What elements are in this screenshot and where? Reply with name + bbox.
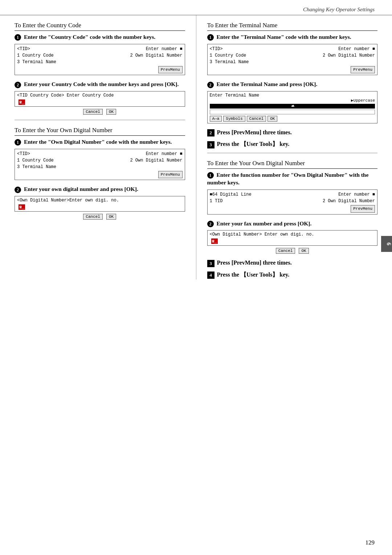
screen-tn-1: <TID> Enter number ■ 1 Country Code 2 Ow… — [207, 44, 378, 76]
cancel-btn-od-2[interactable]: Cancel — [83, 214, 103, 220]
screen-od-2-row1: <Own Digital Number>Enter own digi. no. — [17, 198, 183, 203]
screen-cc-2-input: ☎_ — [19, 99, 183, 105]
page-header: Changing Key Operator Settings — [0, 0, 392, 15]
press-step-2: 2 Press [PrevMenu] three times. — [207, 128, 378, 136]
cancel-ok-od-2: Cancel OK — [15, 214, 185, 220]
step-num-odr-2: 2 — [207, 221, 214, 227]
step-num-cc-2: 2 — [15, 82, 21, 88]
abba-btn[interactable]: A↔a — [210, 116, 222, 122]
main-content: To Enter the Country Code 1 Enter the "C… — [0, 15, 392, 279]
screen-od-1-row2: 1 Country Code 2 Own Digital Number — [17, 157, 183, 164]
cancel-ok-cc-2: Cancel OK — [15, 109, 185, 115]
step-heading-tn-1: 1 Enter the "Terminal Name" code with th… — [207, 33, 378, 41]
input-phone-icon-od: ☎_ — [19, 204, 25, 210]
screen-odr-2-input: ☎_ — [211, 238, 375, 244]
screen-od-2: <Own Digital Number>Enter own digi. no. … — [15, 196, 185, 212]
prevmenu-row-od-1: PrevMenu — [17, 171, 183, 179]
divider-right-1 — [207, 153, 378, 153]
step-heading-tn-2: 2 Enter the Terminal Name and press [OK]… — [207, 80, 378, 88]
step-heading-odr-2: 2 Enter your fax number and press [OK]. — [207, 220, 378, 228]
step-heading-cc-1: 1 Enter the "Country Code" code with the… — [15, 33, 185, 41]
screen-tn-1-row3: 3 Terminal Name — [210, 59, 375, 65]
input-phone-icon-odr: ☎_ — [211, 238, 218, 244]
bold-step-num-3: 3 — [207, 141, 215, 148]
cancel-ok-odr-2: Cancel OK — [207, 248, 378, 254]
bold-step-num-r3: 3 — [207, 260, 215, 267]
screen-od-1-row1: <TID> Enter number ■ — [17, 151, 183, 157]
screen-cc-1: <TID> Enter number ■ 1 Country Code 2 Ow… — [15, 44, 185, 76]
sidebar-tab: 6 — [381, 236, 392, 252]
prevmenu-row-odr-1: PrevMenu — [210, 205, 375, 213]
uppercase-label: ▶Uppercase — [210, 98, 375, 103]
prevmenu-row-tn-1: PrevMenu — [210, 66, 375, 74]
bold-step-num-r4: 4 — [207, 272, 215, 279]
symbols-btn[interactable]: Symbols — [223, 116, 245, 122]
step-num-od-1: 1 — [15, 139, 21, 146]
prevmenu-btn-od-1[interactable]: PrevMenu — [158, 171, 183, 179]
section-title-country-code: To Enter the Country Code — [15, 22, 185, 31]
screen-row-2: 1 Country Code 2 Own Digital Number — [17, 52, 183, 59]
screen-tn-1-row1: <TID> Enter number ■ — [210, 46, 375, 52]
step-block-odr-2: 2 Enter your fax number and press [OK]. … — [207, 220, 378, 254]
section-title-own-digital: To Enter the Your Own Digital Number — [15, 127, 185, 136]
step-heading-od-1: 1 Enter the "Own Digital Number" code wi… — [15, 138, 185, 146]
cursor-arrow: ▲ — [291, 104, 293, 108]
step-block-cc-2: 2 Enter your Country Code with the numbe… — [15, 80, 185, 115]
left-column: To Enter the Country Code 1 Enter the "C… — [15, 15, 196, 279]
step-num-od-2: 2 — [15, 187, 21, 193]
section-own-digital-right: To Enter the Your Own Digital Number 1 E… — [207, 160, 378, 279]
step-num-odr-1: 1 — [207, 172, 214, 179]
cancel-btn-odr-2[interactable]: Cancel — [276, 248, 295, 254]
step-heading-odr-1: 1 Enter the function number for "Own Dig… — [207, 171, 378, 187]
prevmenu-btn-odr-1[interactable]: PrevMenu — [351, 205, 375, 213]
press-step-r3: 3 Press [PrevMenu] three times. — [207, 259, 378, 267]
step-block-od-2: 2 Enter your own digital number and pres… — [15, 185, 185, 220]
press-step-3: 3 Press the 【User Tools】 key. — [207, 140, 378, 148]
step-block-tn-1: 1 Enter the "Terminal Name" code with th… — [207, 33, 378, 75]
right-column: To Enter the Terminal Name 1 Enter the "… — [196, 15, 378, 279]
abbr-buttons: A↔a Symbols Cancel OK — [210, 116, 375, 122]
step-heading-cc-2: 2 Enter your Country Code with the numbe… — [15, 80, 185, 88]
screen-cc-2: <TID Country Code> Enter Country Code ☎_ — [15, 91, 185, 107]
screen-od-1-row3: 3 Terminal Name — [17, 164, 183, 170]
screen-od-1: <TID> Enter number ■ 1 Country Code 2 Ow… — [15, 149, 185, 180]
terminal-name-screen: Enter Terminal Name ▶Uppercase ▲ A↔a Sym… — [207, 91, 378, 123]
prevmenu-btn-tn-1[interactable]: PrevMenu — [351, 66, 375, 74]
terminal-label: Enter Terminal Name — [210, 93, 375, 98]
section-country-code: To Enter the Country Code 1 Enter the "C… — [15, 22, 185, 115]
terminal-input-bar[interactable] — [210, 110, 375, 114]
screen-tn-1-row2: 1 Country Code 2 Own Digital Number — [210, 52, 375, 59]
step-num-tn-1: 1 — [207, 34, 214, 41]
header-title: Changing Key Operator Settings — [303, 7, 375, 13]
ok-btn-od-2[interactable]: OK — [106, 214, 116, 220]
screen-odr-1-row2: 1 TID 2 Own Digital Number — [210, 198, 375, 204]
section-terminal-name: To Enter the Terminal Name 1 Enter the "… — [207, 22, 378, 123]
ok-btn-cc-2[interactable]: OK — [106, 109, 116, 115]
cancel-btn-tn[interactable]: Cancel — [247, 116, 266, 122]
divider-left-1 — [15, 120, 185, 120]
page-number: 129 — [366, 539, 375, 546]
screen-odr-2-row1: <Own Digital Number> Enter own digi. no. — [210, 232, 375, 237]
screen-odr-1: ■64 Digital Line Enter number ■ 1 TID 2 … — [207, 189, 378, 215]
terminal-cursor: ▲ — [210, 104, 375, 109]
screen-odr-2: <Own Digital Number> Enter own digi. no.… — [207, 230, 378, 246]
screen-od-2-input: ☎_ — [19, 204, 183, 210]
step-num-tn-2: 2 — [207, 82, 214, 88]
section-own-digital: To Enter the Your Own Digital Number 1 E… — [15, 127, 185, 220]
bold-step-num-2: 2 — [207, 129, 215, 136]
ok-btn-odr-2[interactable]: OK — [299, 248, 309, 254]
prevmenu-btn-cc-1[interactable]: PrevMenu — [158, 66, 183, 74]
ok-btn-tn[interactable]: OK — [268, 116, 277, 122]
cancel-btn-cc-2[interactable]: Cancel — [83, 109, 103, 115]
press-step-r4: 4 Press the 【User Tools】 key. — [207, 271, 378, 279]
step-num-cc-1: 1 — [15, 34, 21, 41]
screen-odr-1-row1: ■64 Digital Line Enter number ■ — [210, 191, 375, 198]
step-block-tn-2: 2 Enter the Terminal Name and press [OK]… — [207, 80, 378, 123]
step-block-cc-1: 1 Enter the "Country Code" code with the… — [15, 33, 185, 75]
screen-cc-2-row1: <TID Country Code> Enter Country Code — [17, 93, 183, 98]
input-phone-icon: ☎_ — [19, 99, 25, 105]
step-block-odr-1: 1 Enter the function number for "Own Dig… — [207, 171, 378, 215]
step-block-od-1: 1 Enter the "Own Digital Number" code wi… — [15, 138, 185, 180]
prevmenu-row-cc-1: PrevMenu — [17, 66, 183, 74]
screen-row-3: 3 Terminal Name — [17, 59, 183, 65]
